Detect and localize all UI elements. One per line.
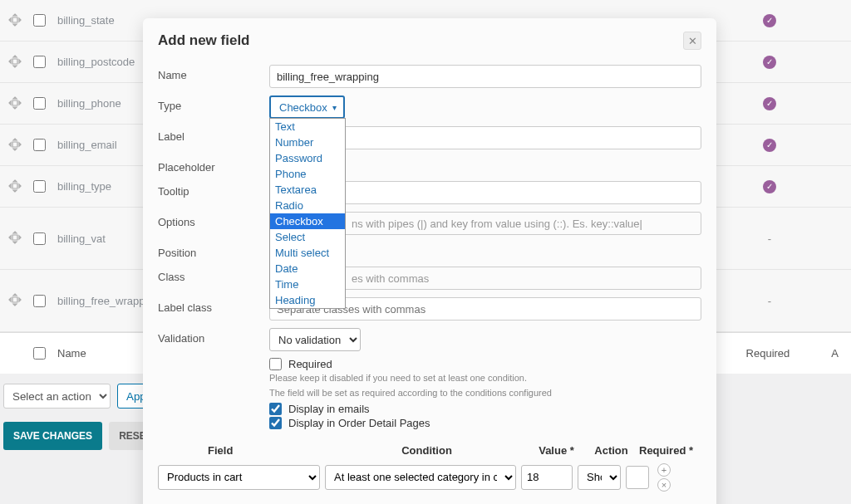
row-checkbox[interactable]	[33, 295, 46, 307]
validation-select[interactable]: No validation	[269, 328, 361, 351]
add-condition-button[interactable]: +	[657, 463, 671, 477]
row-label: billing_free_wrappi	[57, 295, 147, 307]
type-option-select[interactable]: Select	[270, 229, 345, 245]
add-field-modal: Add new field ✕ Name Type Checkbox ▾ Tex…	[143, 18, 716, 504]
type-select[interactable]: Checkbox ▾ Text Number Password Phone Te…	[269, 95, 345, 119]
drag-handle-icon[interactable]	[8, 96, 23, 111]
condition-action-select[interactable]: Show	[578, 465, 621, 490]
type-option-password[interactable]: Password	[270, 150, 345, 166]
row-checkbox[interactable]	[33, 232, 46, 245]
label-class: Class	[158, 267, 269, 283]
required-label: Required	[288, 358, 332, 370]
row-label: billing_phone	[57, 97, 121, 110]
type-select-value: Checkbox	[279, 101, 327, 114]
drag-handle-icon[interactable]	[8, 55, 23, 70]
cond-header-value: Value *	[529, 444, 583, 457]
close-button[interactable]: ✕	[683, 32, 701, 50]
options-placeholder-text: ns with pipes (|) and key from value usi…	[352, 218, 642, 230]
label-name: Name	[158, 65, 269, 81]
type-option-textarea[interactable]: Textarea	[270, 182, 345, 198]
type-option-text[interactable]: Text	[270, 119, 345, 135]
label-type: Type	[158, 95, 269, 112]
row-label: billing_postcode	[57, 56, 135, 68]
cond-header-required: Required *	[639, 444, 693, 457]
row-checkbox[interactable]	[33, 56, 46, 68]
plus-icon: +	[662, 465, 667, 475]
label-label: Label	[158, 126, 269, 143]
x-icon: ×	[662, 480, 667, 490]
conditions-header: Field Condition Value * Action Required …	[158, 444, 701, 457]
row-checkbox[interactable]	[33, 180, 46, 193]
condition-field-select[interactable]: Products in cart	[158, 465, 320, 490]
label-position: Position	[158, 242, 269, 259]
type-option-number[interactable]: Number	[270, 135, 345, 150]
display-emails-checkbox[interactable]	[269, 403, 282, 415]
label-tooltip: Tooltip	[158, 181, 269, 198]
status-check-icon: ✓	[763, 139, 776, 152]
type-option-time[interactable]: Time	[270, 276, 345, 292]
modal-title: Add new field	[158, 32, 250, 49]
class-placeholder-text: es with commas	[352, 272, 429, 285]
drag-handle-icon[interactable]	[8, 138, 23, 153]
row-checkbox[interactable]	[33, 97, 46, 110]
label-options: Options	[158, 212, 269, 228]
status-check-icon: ✓	[763, 56, 776, 69]
condition-required-checkbox[interactable]	[626, 466, 649, 489]
row-label: billing_state	[57, 14, 115, 27]
cond-header-field: Field	[158, 444, 324, 457]
display-orders-label: Display in Order Detail Pages	[288, 417, 430, 429]
drag-handle-icon[interactable]	[8, 13, 23, 28]
type-dropdown: Text Number Password Phone Textarea Radi…	[269, 118, 346, 309]
required-help-1: Please keep it disabled if you need to s…	[269, 372, 701, 384]
status-check-icon: ✓	[763, 180, 776, 193]
row-label: billing_email	[57, 139, 117, 151]
display-emails-label: Display in emails	[288, 403, 370, 415]
status-check-icon: ✓	[763, 14, 776, 27]
drag-handle-icon[interactable]	[8, 231, 23, 246]
required-help-2: The field will be set as required accord…	[269, 387, 701, 399]
col-header-required: Required	[746, 347, 790, 360]
drag-handle-icon[interactable]	[8, 293, 23, 308]
type-option-date[interactable]: Date	[270, 261, 345, 276]
row-checkbox[interactable]	[33, 139, 46, 151]
condition-operator-select[interactable]: At least one selected category in cart	[325, 465, 516, 490]
chevron-down-icon: ▾	[332, 103, 337, 112]
row-label: billing_type	[57, 180, 111, 193]
name-input[interactable]	[269, 65, 701, 88]
drag-handle-icon[interactable]	[8, 179, 23, 194]
label-placeholder: Placeholder	[158, 157, 269, 174]
required-checkbox[interactable]	[269, 358, 282, 370]
close-icon: ✕	[688, 35, 697, 47]
cond-header-condition: Condition	[329, 444, 524, 457]
status-dash: -	[768, 295, 771, 307]
cond-header-action: Action	[588, 444, 634, 457]
type-option-radio[interactable]: Radio	[270, 198, 345, 213]
type-option-checkbox[interactable]: Checkbox	[270, 213, 345, 229]
bulk-action-select[interactable]: Select an action	[3, 384, 111, 409]
type-option-multiselect[interactable]: Multi select	[270, 245, 345, 261]
row-checkbox[interactable]	[33, 14, 46, 27]
condition-row: Products in cart At least one selected c…	[158, 463, 701, 492]
display-orders-checkbox[interactable]	[269, 417, 282, 429]
type-option-phone[interactable]: Phone	[270, 166, 345, 182]
save-changes-button[interactable]: SAVE CHANGES	[3, 422, 102, 450]
status-check-icon: ✓	[763, 97, 776, 110]
row-label: billing_vat	[57, 232, 106, 245]
remove-condition-button[interactable]: ×	[657, 478, 671, 492]
col-header-a: A	[831, 347, 839, 360]
type-option-heading[interactable]: Heading	[270, 292, 345, 308]
label-validation: Validation	[158, 328, 269, 345]
label-labelclass: Label class	[158, 297, 269, 314]
select-all-checkbox[interactable]	[33, 347, 46, 360]
col-header-name: Name	[57, 347, 86, 360]
status-dash: -	[768, 232, 771, 245]
condition-value-input[interactable]	[521, 465, 573, 490]
